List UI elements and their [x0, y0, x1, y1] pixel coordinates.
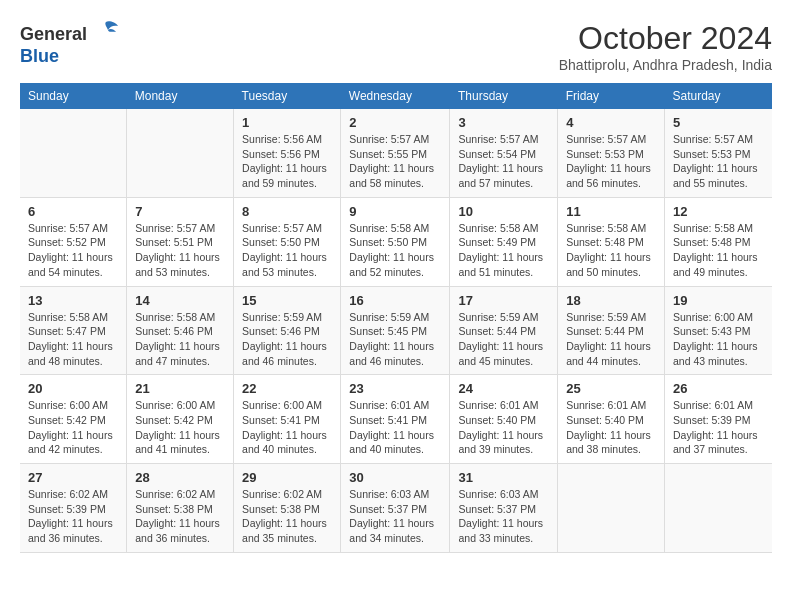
month-title: October 2024	[559, 20, 772, 57]
day-info: Sunrise: 5:57 AM Sunset: 5:53 PM Dayligh…	[566, 132, 656, 191]
day-info: Sunrise: 5:58 AM Sunset: 5:46 PM Dayligh…	[135, 310, 225, 369]
day-number: 19	[673, 293, 764, 308]
day-info: Sunrise: 6:02 AM Sunset: 5:38 PM Dayligh…	[135, 487, 225, 546]
day-info: Sunrise: 6:03 AM Sunset: 5:37 PM Dayligh…	[349, 487, 441, 546]
day-number: 1	[242, 115, 332, 130]
day-info: Sunrise: 6:01 AM Sunset: 5:40 PM Dayligh…	[458, 398, 549, 457]
day-info: Sunrise: 6:00 AM Sunset: 5:42 PM Dayligh…	[135, 398, 225, 457]
weekday-header-wednesday: Wednesday	[341, 83, 450, 109]
day-info: Sunrise: 6:02 AM Sunset: 5:39 PM Dayligh…	[28, 487, 118, 546]
day-number: 30	[349, 470, 441, 485]
day-number: 18	[566, 293, 656, 308]
calendar-cell: 4Sunrise: 5:57 AM Sunset: 5:53 PM Daylig…	[558, 109, 665, 197]
location: Bhattiprolu, Andhra Pradesh, India	[559, 57, 772, 73]
day-number: 29	[242, 470, 332, 485]
calendar-cell: 9Sunrise: 5:58 AM Sunset: 5:50 PM Daylig…	[341, 197, 450, 286]
day-info: Sunrise: 6:00 AM Sunset: 5:41 PM Dayligh…	[242, 398, 332, 457]
calendar-cell: 26Sunrise: 6:01 AM Sunset: 5:39 PM Dayli…	[664, 375, 772, 464]
day-number: 21	[135, 381, 225, 396]
calendar-cell: 8Sunrise: 5:57 AM Sunset: 5:50 PM Daylig…	[234, 197, 341, 286]
calendar-week-row: 13Sunrise: 5:58 AM Sunset: 5:47 PM Dayli…	[20, 286, 772, 375]
weekday-header-sunday: Sunday	[20, 83, 127, 109]
calendar-cell: 6Sunrise: 5:57 AM Sunset: 5:52 PM Daylig…	[20, 197, 127, 286]
weekday-header-friday: Friday	[558, 83, 665, 109]
day-info: Sunrise: 5:56 AM Sunset: 5:56 PM Dayligh…	[242, 132, 332, 191]
day-number: 25	[566, 381, 656, 396]
day-number: 12	[673, 204, 764, 219]
day-info: Sunrise: 5:59 AM Sunset: 5:44 PM Dayligh…	[566, 310, 656, 369]
calendar-cell: 23Sunrise: 6:01 AM Sunset: 5:41 PM Dayli…	[341, 375, 450, 464]
day-number: 6	[28, 204, 118, 219]
logo: General Blue	[20, 20, 118, 67]
day-info: Sunrise: 5:57 AM Sunset: 5:53 PM Dayligh…	[673, 132, 764, 191]
calendar-cell: 20Sunrise: 6:00 AM Sunset: 5:42 PM Dayli…	[20, 375, 127, 464]
day-info: Sunrise: 5:57 AM Sunset: 5:52 PM Dayligh…	[28, 221, 118, 280]
calendar-week-row: 27Sunrise: 6:02 AM Sunset: 5:39 PM Dayli…	[20, 464, 772, 553]
page-header: General Blue October 2024 Bhattiprolu, A…	[20, 20, 772, 73]
day-number: 9	[349, 204, 441, 219]
calendar-cell: 31Sunrise: 6:03 AM Sunset: 5:37 PM Dayli…	[450, 464, 558, 553]
logo-blue: Blue	[20, 46, 59, 66]
calendar-cell: 1Sunrise: 5:56 AM Sunset: 5:56 PM Daylig…	[234, 109, 341, 197]
day-number: 13	[28, 293, 118, 308]
day-info: Sunrise: 5:58 AM Sunset: 5:50 PM Dayligh…	[349, 221, 441, 280]
day-info: Sunrise: 6:01 AM Sunset: 5:39 PM Dayligh…	[673, 398, 764, 457]
weekday-header-row: SundayMondayTuesdayWednesdayThursdayFrid…	[20, 83, 772, 109]
day-number: 17	[458, 293, 549, 308]
calendar-cell: 17Sunrise: 5:59 AM Sunset: 5:44 PM Dayli…	[450, 286, 558, 375]
calendar-cell: 21Sunrise: 6:00 AM Sunset: 5:42 PM Dayli…	[127, 375, 234, 464]
calendar-cell	[558, 464, 665, 553]
day-number: 4	[566, 115, 656, 130]
day-info: Sunrise: 5:57 AM Sunset: 5:50 PM Dayligh…	[242, 221, 332, 280]
calendar-cell: 14Sunrise: 5:58 AM Sunset: 5:46 PM Dayli…	[127, 286, 234, 375]
day-info: Sunrise: 5:58 AM Sunset: 5:48 PM Dayligh…	[566, 221, 656, 280]
day-number: 14	[135, 293, 225, 308]
calendar-cell: 10Sunrise: 5:58 AM Sunset: 5:49 PM Dayli…	[450, 197, 558, 286]
day-number: 3	[458, 115, 549, 130]
calendar-week-row: 20Sunrise: 6:00 AM Sunset: 5:42 PM Dayli…	[20, 375, 772, 464]
day-number: 27	[28, 470, 118, 485]
calendar-cell: 16Sunrise: 5:59 AM Sunset: 5:45 PM Dayli…	[341, 286, 450, 375]
day-info: Sunrise: 5:57 AM Sunset: 5:55 PM Dayligh…	[349, 132, 441, 191]
title-section: October 2024 Bhattiprolu, Andhra Pradesh…	[559, 20, 772, 73]
calendar-cell: 25Sunrise: 6:01 AM Sunset: 5:40 PM Dayli…	[558, 375, 665, 464]
calendar-cell: 11Sunrise: 5:58 AM Sunset: 5:48 PM Dayli…	[558, 197, 665, 286]
weekday-header-saturday: Saturday	[664, 83, 772, 109]
day-number: 8	[242, 204, 332, 219]
logo-bird-icon	[94, 20, 118, 40]
day-info: Sunrise: 5:58 AM Sunset: 5:49 PM Dayligh…	[458, 221, 549, 280]
day-number: 28	[135, 470, 225, 485]
logo-general: General	[20, 24, 87, 44]
calendar-cell	[127, 109, 234, 197]
calendar-cell: 30Sunrise: 6:03 AM Sunset: 5:37 PM Dayli…	[341, 464, 450, 553]
day-number: 22	[242, 381, 332, 396]
calendar-cell: 29Sunrise: 6:02 AM Sunset: 5:38 PM Dayli…	[234, 464, 341, 553]
day-number: 20	[28, 381, 118, 396]
calendar-cell: 13Sunrise: 5:58 AM Sunset: 5:47 PM Dayli…	[20, 286, 127, 375]
calendar-cell: 5Sunrise: 5:57 AM Sunset: 5:53 PM Daylig…	[664, 109, 772, 197]
day-info: Sunrise: 5:59 AM Sunset: 5:45 PM Dayligh…	[349, 310, 441, 369]
day-number: 15	[242, 293, 332, 308]
calendar-cell: 28Sunrise: 6:02 AM Sunset: 5:38 PM Dayli…	[127, 464, 234, 553]
day-number: 7	[135, 204, 225, 219]
day-number: 23	[349, 381, 441, 396]
day-info: Sunrise: 6:00 AM Sunset: 5:42 PM Dayligh…	[28, 398, 118, 457]
day-info: Sunrise: 6:00 AM Sunset: 5:43 PM Dayligh…	[673, 310, 764, 369]
day-number: 2	[349, 115, 441, 130]
day-info: Sunrise: 5:58 AM Sunset: 5:48 PM Dayligh…	[673, 221, 764, 280]
calendar-cell	[20, 109, 127, 197]
day-number: 5	[673, 115, 764, 130]
calendar-cell: 3Sunrise: 5:57 AM Sunset: 5:54 PM Daylig…	[450, 109, 558, 197]
calendar-cell	[664, 464, 772, 553]
day-info: Sunrise: 5:57 AM Sunset: 5:54 PM Dayligh…	[458, 132, 549, 191]
calendar-cell: 18Sunrise: 5:59 AM Sunset: 5:44 PM Dayli…	[558, 286, 665, 375]
calendar-cell: 2Sunrise: 5:57 AM Sunset: 5:55 PM Daylig…	[341, 109, 450, 197]
day-info: Sunrise: 5:59 AM Sunset: 5:44 PM Dayligh…	[458, 310, 549, 369]
day-info: Sunrise: 6:02 AM Sunset: 5:38 PM Dayligh…	[242, 487, 332, 546]
weekday-header-monday: Monday	[127, 83, 234, 109]
day-info: Sunrise: 5:57 AM Sunset: 5:51 PM Dayligh…	[135, 221, 225, 280]
day-number: 31	[458, 470, 549, 485]
calendar-cell: 12Sunrise: 5:58 AM Sunset: 5:48 PM Dayli…	[664, 197, 772, 286]
day-info: Sunrise: 6:01 AM Sunset: 5:40 PM Dayligh…	[566, 398, 656, 457]
day-number: 11	[566, 204, 656, 219]
